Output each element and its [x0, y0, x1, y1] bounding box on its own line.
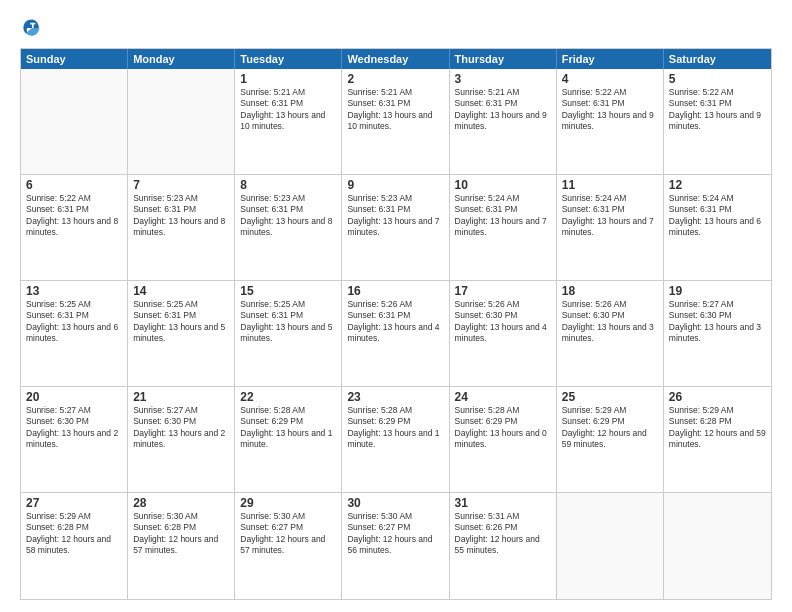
calendar-cell: 9Sunrise: 5:23 AM Sunset: 6:31 PM Daylig… [342, 175, 449, 280]
logo [20, 16, 48, 40]
day-number: 28 [133, 496, 229, 510]
calendar-cell: 5Sunrise: 5:22 AM Sunset: 6:31 PM Daylig… [664, 69, 771, 174]
calendar-cell: 18Sunrise: 5:26 AM Sunset: 6:30 PM Dayli… [557, 281, 664, 386]
day-info: Sunrise: 5:30 AM Sunset: 6:27 PM Dayligh… [240, 511, 336, 557]
day-info: Sunrise: 5:21 AM Sunset: 6:31 PM Dayligh… [455, 87, 551, 133]
day-info: Sunrise: 5:30 AM Sunset: 6:28 PM Dayligh… [133, 511, 229, 557]
day-number: 25 [562, 390, 658, 404]
page-header [20, 16, 772, 40]
day-info: Sunrise: 5:21 AM Sunset: 6:31 PM Dayligh… [240, 87, 336, 133]
day-number: 2 [347, 72, 443, 86]
calendar-cell: 22Sunrise: 5:28 AM Sunset: 6:29 PM Dayli… [235, 387, 342, 492]
day-info: Sunrise: 5:26 AM Sunset: 6:30 PM Dayligh… [562, 299, 658, 345]
calendar-cell: 12Sunrise: 5:24 AM Sunset: 6:31 PM Dayli… [664, 175, 771, 280]
calendar-cell: 14Sunrise: 5:25 AM Sunset: 6:31 PM Dayli… [128, 281, 235, 386]
calendar-cell: 4Sunrise: 5:22 AM Sunset: 6:31 PM Daylig… [557, 69, 664, 174]
calendar-cell: 23Sunrise: 5:28 AM Sunset: 6:29 PM Dayli… [342, 387, 449, 492]
calendar-cell: 25Sunrise: 5:29 AM Sunset: 6:29 PM Dayli… [557, 387, 664, 492]
calendar-cell: 31Sunrise: 5:31 AM Sunset: 6:26 PM Dayli… [450, 493, 557, 599]
calendar-cell: 19Sunrise: 5:27 AM Sunset: 6:30 PM Dayli… [664, 281, 771, 386]
calendar-row: 6Sunrise: 5:22 AM Sunset: 6:31 PM Daylig… [21, 175, 771, 281]
calendar-header-cell: Tuesday [235, 49, 342, 69]
calendar-row: 13Sunrise: 5:25 AM Sunset: 6:31 PM Dayli… [21, 281, 771, 387]
calendar-cell: 2Sunrise: 5:21 AM Sunset: 6:31 PM Daylig… [342, 69, 449, 174]
calendar-header-cell: Saturday [664, 49, 771, 69]
calendar-body: 1Sunrise: 5:21 AM Sunset: 6:31 PM Daylig… [21, 69, 771, 599]
calendar: SundayMondayTuesdayWednesdayThursdayFrid… [20, 48, 772, 600]
day-number: 19 [669, 284, 766, 298]
calendar-cell: 3Sunrise: 5:21 AM Sunset: 6:31 PM Daylig… [450, 69, 557, 174]
day-info: Sunrise: 5:21 AM Sunset: 6:31 PM Dayligh… [347, 87, 443, 133]
calendar-cell: 15Sunrise: 5:25 AM Sunset: 6:31 PM Dayli… [235, 281, 342, 386]
day-info: Sunrise: 5:24 AM Sunset: 6:31 PM Dayligh… [455, 193, 551, 239]
calendar-row: 27Sunrise: 5:29 AM Sunset: 6:28 PM Dayli… [21, 493, 771, 599]
calendar-cell: 8Sunrise: 5:23 AM Sunset: 6:31 PM Daylig… [235, 175, 342, 280]
day-number: 8 [240, 178, 336, 192]
day-info: Sunrise: 5:22 AM Sunset: 6:31 PM Dayligh… [669, 87, 766, 133]
day-info: Sunrise: 5:25 AM Sunset: 6:31 PM Dayligh… [240, 299, 336, 345]
day-info: Sunrise: 5:23 AM Sunset: 6:31 PM Dayligh… [240, 193, 336, 239]
calendar-header-cell: Sunday [21, 49, 128, 69]
calendar-header-cell: Thursday [450, 49, 557, 69]
day-number: 1 [240, 72, 336, 86]
day-info: Sunrise: 5:29 AM Sunset: 6:28 PM Dayligh… [669, 405, 766, 451]
day-info: Sunrise: 5:26 AM Sunset: 6:31 PM Dayligh… [347, 299, 443, 345]
day-number: 24 [455, 390, 551, 404]
day-number: 31 [455, 496, 551, 510]
day-number: 30 [347, 496, 443, 510]
day-info: Sunrise: 5:28 AM Sunset: 6:29 PM Dayligh… [455, 405, 551, 451]
calendar-cell: 10Sunrise: 5:24 AM Sunset: 6:31 PM Dayli… [450, 175, 557, 280]
calendar-cell: 24Sunrise: 5:28 AM Sunset: 6:29 PM Dayli… [450, 387, 557, 492]
day-info: Sunrise: 5:22 AM Sunset: 6:31 PM Dayligh… [26, 193, 122, 239]
calendar-cell: 28Sunrise: 5:30 AM Sunset: 6:28 PM Dayli… [128, 493, 235, 599]
day-number: 3 [455, 72, 551, 86]
day-number: 29 [240, 496, 336, 510]
calendar-cell: 29Sunrise: 5:30 AM Sunset: 6:27 PM Dayli… [235, 493, 342, 599]
day-number: 9 [347, 178, 443, 192]
calendar-cell: 27Sunrise: 5:29 AM Sunset: 6:28 PM Dayli… [21, 493, 128, 599]
calendar-cell: 20Sunrise: 5:27 AM Sunset: 6:30 PM Dayli… [21, 387, 128, 492]
day-number: 17 [455, 284, 551, 298]
calendar-cell: 7Sunrise: 5:23 AM Sunset: 6:31 PM Daylig… [128, 175, 235, 280]
day-number: 26 [669, 390, 766, 404]
calendar-cell: 6Sunrise: 5:22 AM Sunset: 6:31 PM Daylig… [21, 175, 128, 280]
day-number: 5 [669, 72, 766, 86]
calendar-cell [664, 493, 771, 599]
day-info: Sunrise: 5:31 AM Sunset: 6:26 PM Dayligh… [455, 511, 551, 557]
calendar-cell: 11Sunrise: 5:24 AM Sunset: 6:31 PM Dayli… [557, 175, 664, 280]
calendar-cell: 1Sunrise: 5:21 AM Sunset: 6:31 PM Daylig… [235, 69, 342, 174]
day-number: 6 [26, 178, 122, 192]
calendar-cell: 16Sunrise: 5:26 AM Sunset: 6:31 PM Dayli… [342, 281, 449, 386]
day-number: 14 [133, 284, 229, 298]
day-info: Sunrise: 5:23 AM Sunset: 6:31 PM Dayligh… [133, 193, 229, 239]
day-info: Sunrise: 5:27 AM Sunset: 6:30 PM Dayligh… [669, 299, 766, 345]
day-number: 13 [26, 284, 122, 298]
day-number: 4 [562, 72, 658, 86]
calendar-header: SundayMondayTuesdayWednesdayThursdayFrid… [21, 49, 771, 69]
calendar-cell [557, 493, 664, 599]
day-info: Sunrise: 5:27 AM Sunset: 6:30 PM Dayligh… [26, 405, 122, 451]
calendar-cell: 30Sunrise: 5:30 AM Sunset: 6:27 PM Dayli… [342, 493, 449, 599]
calendar-cell [21, 69, 128, 174]
calendar-header-cell: Friday [557, 49, 664, 69]
day-number: 21 [133, 390, 229, 404]
calendar-cell [128, 69, 235, 174]
day-info: Sunrise: 5:25 AM Sunset: 6:31 PM Dayligh… [26, 299, 122, 345]
day-info: Sunrise: 5:23 AM Sunset: 6:31 PM Dayligh… [347, 193, 443, 239]
day-number: 20 [26, 390, 122, 404]
day-info: Sunrise: 5:25 AM Sunset: 6:31 PM Dayligh… [133, 299, 229, 345]
day-number: 15 [240, 284, 336, 298]
day-number: 11 [562, 178, 658, 192]
calendar-cell: 21Sunrise: 5:27 AM Sunset: 6:30 PM Dayli… [128, 387, 235, 492]
day-number: 23 [347, 390, 443, 404]
day-info: Sunrise: 5:29 AM Sunset: 6:28 PM Dayligh… [26, 511, 122, 557]
day-number: 7 [133, 178, 229, 192]
day-info: Sunrise: 5:22 AM Sunset: 6:31 PM Dayligh… [562, 87, 658, 133]
day-info: Sunrise: 5:24 AM Sunset: 6:31 PM Dayligh… [669, 193, 766, 239]
calendar-header-cell: Wednesday [342, 49, 449, 69]
day-info: Sunrise: 5:24 AM Sunset: 6:31 PM Dayligh… [562, 193, 658, 239]
day-number: 16 [347, 284, 443, 298]
day-number: 10 [455, 178, 551, 192]
day-info: Sunrise: 5:27 AM Sunset: 6:30 PM Dayligh… [133, 405, 229, 451]
day-number: 12 [669, 178, 766, 192]
